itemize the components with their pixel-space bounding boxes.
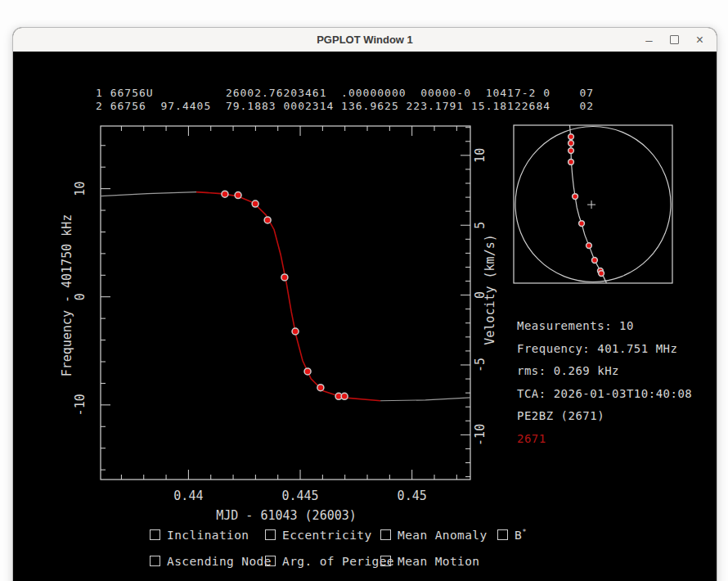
checkbox-mean-anomaly[interactable]: Mean Anomaly	[380, 528, 488, 542]
observer-cross-marker	[587, 200, 595, 209]
velocity-axis-ticks	[461, 128, 470, 477]
plot-area: 1 66756U 26002.76203461 .00000000 00000-…	[13, 52, 717, 581]
close-button[interactable]: ×	[696, 33, 703, 47]
freq-axis-ticks	[101, 146, 110, 470]
rms-readout: rms: 0.269 kHz	[517, 365, 692, 377]
mjd-axis-title: MJD - 61043 (26003)	[216, 508, 357, 523]
svg-text:0.445: 0.445	[281, 489, 318, 503]
satellite-number-readout: 2671	[517, 433, 692, 445]
minimize-button[interactable]: –	[645, 36, 652, 44]
plot-frame	[101, 126, 470, 480]
doppler-chart-canvas: 0.440.4450.45-10010-10-50510	[13, 52, 715, 581]
checkbox-box[interactable]	[380, 529, 391, 540]
measurement-points	[222, 191, 348, 399]
plot-frame	[101, 126, 470, 480]
sky-measurement-points	[568, 134, 604, 277]
sky-track-line	[570, 125, 607, 283]
checkbox-inclination[interactable]: Inclination	[150, 528, 249, 542]
checkbox-box[interactable]	[497, 529, 508, 540]
svg-text:0: 0	[73, 293, 88, 300]
doppler-fit-curve	[196, 192, 380, 401]
svg-text:0.45: 0.45	[398, 489, 427, 503]
checkbox-bstar[interactable]: B*	[497, 528, 527, 542]
station-readout: PE2BZ (2671)	[517, 410, 692, 422]
svg-text:-10: -10	[473, 424, 488, 446]
x-tick-labels: 0.440.4450.45	[173, 489, 426, 503]
orbit-curve-pre	[101, 192, 196, 196]
svg-text:0.44: 0.44	[173, 489, 203, 503]
svg-text:10: 10	[473, 148, 488, 163]
checkbox-arg-perigee[interactable]: Arg. of Perigee	[265, 554, 394, 568]
svg-text:-5: -5	[473, 358, 488, 372]
measurements-readout: Measurements: 10	[517, 320, 692, 332]
checkbox-eccentricity[interactable]: Eccentricity	[265, 528, 372, 542]
tca-readout: TCA: 2026-01-03T10:40:08	[517, 388, 692, 400]
checkbox-box[interactable]	[265, 529, 276, 540]
freq-tick-labels: -10010	[73, 182, 88, 417]
pgplot-window: PGPLOT Window 1 – × 1 66756U 26002.76203…	[12, 27, 717, 581]
window-titlebar[interactable]: PGPLOT Window 1 – ×	[13, 28, 717, 52]
freq-axis-title: Frequency - 401750 kHz	[60, 214, 74, 377]
checkbox-box[interactable]	[380, 556, 391, 566]
window-title: PGPLOT Window 1	[317, 34, 413, 46]
checkbox-mean-motion[interactable]: Mean Motion	[380, 554, 479, 568]
checkbox-box[interactable]	[265, 556, 276, 566]
svg-text:5: 5	[473, 222, 488, 229]
svg-text:-10: -10	[73, 394, 88, 416]
checkbox-box[interactable]	[150, 529, 160, 540]
frequency-readout: Frequency: 401.751 MHz	[517, 343, 692, 355]
maximize-button[interactable]	[670, 35, 679, 44]
checkbox-box[interactable]	[150, 556, 160, 566]
fit-info-panel: Measurements: 10 Frequency: 401.751 MHz …	[517, 320, 692, 456]
checkbox-ascending-node[interactable]: Ascending Node	[150, 554, 272, 568]
screenshot-root: PGPLOT Window 1 – × 1 66756U 26002.76203…	[0, 0, 728, 581]
svg-text:10: 10	[73, 182, 88, 196]
x-axis-ticks	[121, 126, 456, 480]
window-controls: – ×	[645, 28, 703, 52]
orbit-curve-post	[380, 398, 470, 401]
velocity-axis-title: Velocity (km/s)	[483, 234, 497, 345]
